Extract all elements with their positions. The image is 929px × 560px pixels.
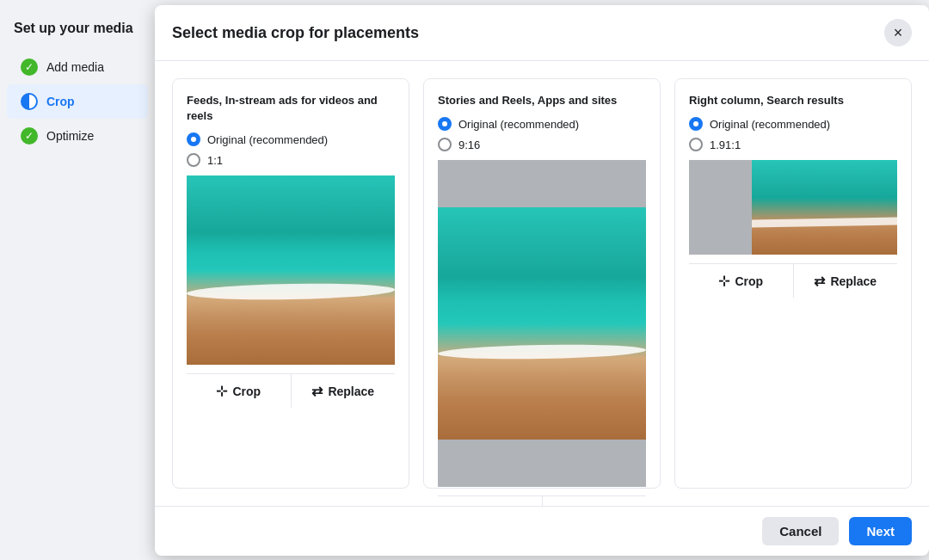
placement-title-stories: Stories and Reels, Apps and sites — [438, 93, 646, 108]
stories-crop-button[interactable]: ⊹ Crop — [438, 496, 542, 506]
sidebar-title: Set up your media — [0, 14, 155, 50]
next-button[interactable]: Next — [849, 517, 912, 545]
right-column-replace-button[interactable]: ⇄ Replace — [793, 264, 898, 298]
crop-icon-feeds: ⊹ — [216, 383, 227, 399]
radio-dot-original-feeds — [187, 132, 200, 146]
sidebar-item-add-media[interactable]: ✓ Add media — [7, 50, 148, 84]
modal-footer: Cancel Next — [155, 506, 929, 556]
radio-original-feeds[interactable]: Original (recommended) — [187, 132, 395, 146]
radio-group-feeds: Original (recommended) 1:1 — [187, 132, 395, 167]
modal-title: Select media crop for placements — [172, 24, 419, 42]
radio-group-right-column: Original (recommended) 1.91:1 — [689, 117, 897, 151]
radio-original-right-column[interactable]: Original (recommended) — [689, 117, 897, 131]
feeds-beach-image — [187, 175, 395, 365]
crop-icon-right-column: ⊹ — [718, 273, 729, 289]
cancel-button[interactable]: Cancel — [762, 517, 839, 545]
radio-916-stories[interactable]: 9:16 — [438, 138, 646, 151]
close-button[interactable]: × — [884, 19, 912, 46]
placement-card-feeds: Feeds, In-stream ads for videos and reel… — [172, 78, 409, 489]
replace-icon-feeds: ⇄ — [311, 383, 323, 399]
radio-dot-191-right-column — [689, 138, 703, 151]
radio-1x1-feeds[interactable]: 1:1 — [187, 153, 395, 167]
radio-label-original-stories: Original (recommended) — [458, 118, 579, 131]
sidebar-item-optimize[interactable]: ✓ Optimize — [7, 119, 148, 153]
radio-dot-original-stories — [438, 117, 452, 131]
radio-dot-original-right-column — [689, 117, 703, 131]
modal-body: Feeds, In-stream ads for videos and reel… — [155, 61, 929, 506]
feeds-replace-button[interactable]: ⇄ Replace — [291, 374, 396, 408]
radio-label-original-feeds: Original (recommended) — [207, 133, 328, 146]
replace-icon-right-column: ⇄ — [814, 273, 825, 289]
stories-image-preview — [438, 160, 646, 487]
feeds-action-bar: ⊹ Crop ⇄ Replace — [187, 373, 395, 408]
radio-label-916-stories: 9:16 — [458, 138, 480, 151]
placement-title-right-column: Right column, Search results — [689, 93, 897, 108]
radio-191-right-column[interactable]: 1.91:1 — [689, 138, 897, 151]
right-column-crop-button[interactable]: ⊹ Crop — [689, 264, 793, 298]
modal: Select media crop for placements × Feeds… — [155, 5, 929, 556]
feeds-crop-button[interactable]: ⊹ Crop — [187, 374, 291, 408]
crop-icon — [21, 93, 38, 110]
modal-header: Select media crop for placements × — [155, 5, 929, 61]
radio-original-stories[interactable]: Original (recommended) — [438, 117, 646, 131]
radio-group-stories: Original (recommended) 9:16 — [438, 117, 646, 151]
placement-card-right-column: Right column, Search results Original (r… — [674, 78, 912, 489]
stories-action-bar: ⊹ Crop ⇄ Replace — [438, 495, 646, 506]
sidebar-item-crop[interactable]: Crop — [7, 84, 148, 119]
radio-label-191-right-column: 1.91:1 — [710, 138, 741, 151]
sidebar-item-label: Add media — [46, 60, 104, 74]
sidebar: Set up your media ✓ Add media Crop ✓ Opt… — [0, 0, 155, 560]
modal-overlay: Select media crop for placements × Feeds… — [155, 0, 929, 560]
placement-title-feeds: Feeds, In-stream ads for videos and reel… — [187, 93, 395, 124]
placement-card-stories: Stories and Reels, Apps and sites Origin… — [423, 78, 661, 489]
radio-label-original-right-column: Original (recommended) — [710, 118, 830, 131]
add-media-icon: ✓ — [21, 58, 38, 76]
optimize-icon: ✓ — [21, 127, 38, 145]
feeds-image-preview — [187, 175, 395, 365]
right-column-action-bar: ⊹ Crop ⇄ Replace — [689, 263, 897, 298]
sidebar-item-label: Optimize — [46, 129, 94, 143]
stories-beach-image — [438, 207, 646, 440]
radio-label-1x1-feeds: 1:1 — [207, 154, 223, 167]
right-column-image-preview — [689, 160, 897, 255]
radio-dot-916-stories — [438, 138, 452, 151]
stories-replace-button[interactable]: ⇄ Replace — [542, 496, 647, 506]
sidebar-item-label: Crop — [46, 95, 75, 108]
right-column-beach-image — [752, 160, 897, 255]
radio-dot-1x1-feeds — [187, 153, 200, 167]
